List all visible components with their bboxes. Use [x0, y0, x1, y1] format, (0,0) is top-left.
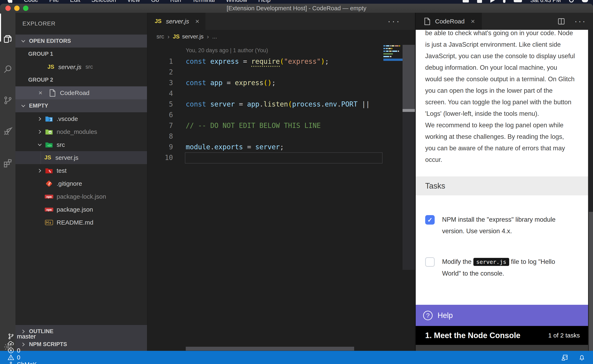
- paragraph-line: occur.: [425, 154, 584, 166]
- js-icon: JS: [173, 33, 180, 40]
- code-line-2[interactable]: 2: [147, 67, 382, 78]
- chevron-down-icon[interactable]: [35, 142, 44, 148]
- open-editors-header[interactable]: OPEN EDITORS: [15, 35, 147, 47]
- breadcrumb-item[interactable]: src: [156, 33, 164, 40]
- tree-item--gitignore[interactable]: .gitignore: [15, 177, 147, 190]
- split-editor-icon[interactable]: [557, 17, 565, 26]
- tab-server-js[interactable]: JS server.js ×: [147, 13, 206, 30]
- status-item-0[interactable]: 0: [7, 354, 46, 361]
- breadcrumb-item[interactable]: ...: [212, 33, 217, 40]
- open-editor-item-coderoad[interactable]: ×CodeRoad: [15, 86, 147, 99]
- line-number: 4: [156, 88, 173, 99]
- traffic-lights[interactable]: [5, 4, 28, 13]
- window-title-bar[interactable]: [Extension Development Host] - CodeRoad …: [0, 4, 593, 13]
- code-line-6[interactable]: 6: [147, 110, 382, 120]
- paragraph-line: We recommend to keep the log panel open …: [425, 119, 584, 131]
- tab-coderoad[interactable]: CodeRoad ×: [416, 13, 482, 30]
- code-text: const app = express();: [186, 78, 276, 88]
- code-line-4[interactable]: 4: [147, 88, 382, 99]
- menu-item-file[interactable]: File: [49, 0, 59, 3]
- breadcrumb[interactable]: src›JSserver.js›...: [156, 30, 217, 43]
- close-tab-icon[interactable]: ×: [195, 17, 199, 25]
- status-item-shmck[interactable]: ShMcK: [7, 361, 46, 364]
- code-line-5[interactable]: 5const server = app.listen(process.env.P…: [147, 99, 382, 110]
- help-bar[interactable]: ? Help: [416, 305, 588, 326]
- minimize-window-button[interactable]: [14, 6, 20, 11]
- open-editor-detail: src: [86, 64, 93, 70]
- webview-scrollbar-slider[interactable]: [589, 212, 593, 351]
- next-level-strip: [416, 345, 588, 351]
- editor-horizontal-scrollbar[interactable]: [186, 347, 354, 351]
- open-editors-label: OPEN EDITORS: [29, 38, 71, 44]
- svg-text:</>: </>: [47, 144, 52, 147]
- editor-more-actions-icon[interactable]: ···: [388, 13, 401, 30]
- task-checkbox-unchecked[interactable]: [425, 257, 435, 267]
- tree-item-package-lock-json[interactable]: npmpackage-lock.json: [15, 190, 147, 203]
- menu-bar-status-icons[interactable]: Sat 6:43 PM: [463, 0, 588, 3]
- menu-item-help[interactable]: Help: [258, 0, 271, 3]
- status-item-0[interactable]: 0: [7, 347, 46, 354]
- status-item-bell[interactable]: [578, 354, 586, 361]
- code-line-7[interactable]: 7// -- DO NOT EDIT BELOW THIS LINE: [147, 120, 382, 131]
- level-bar[interactable]: 1. Meet the Node Console 1 of 2 tasks: [416, 326, 588, 345]
- minimap[interactable]: [383, 45, 403, 61]
- coderoad-webview: be able to check what's going on in your…: [416, 30, 588, 351]
- minimap-current-line: [383, 58, 403, 61]
- breadcrumb-label: server.js: [182, 33, 203, 40]
- window-title: [Extension Development Host] - CodeRoad …: [227, 5, 366, 12]
- tree-item-node-modules[interactable]: JSnode_modules: [15, 125, 147, 138]
- source-control-icon[interactable]: [0, 91, 15, 110]
- folder-src-icon: </>: [44, 141, 54, 148]
- tree-item--vscode[interactable]: .vscode: [15, 112, 147, 125]
- task-checkbox-checked[interactable]: ✓: [425, 215, 435, 225]
- status-item-label: ShMcK: [17, 361, 37, 364]
- close-window-button[interactable]: [5, 6, 11, 11]
- explorer-icon[interactable]: [0, 29, 15, 49]
- tree-item-label: README.md: [57, 219, 93, 226]
- more-actions-icon[interactable]: ···: [574, 17, 586, 26]
- status-item-cloud-upload[interactable]: [7, 340, 46, 347]
- close-editor-icon[interactable]: ×: [39, 89, 46, 97]
- code-line-9[interactable]: 9module.exports = server;: [147, 142, 382, 152]
- editor-scrollbar-slider[interactable]: [403, 45, 415, 110]
- code-line-10[interactable]: 10: [147, 152, 382, 163]
- menu-item-code[interactable]: Code: [24, 0, 38, 3]
- menu-item-selection[interactable]: Selection: [91, 0, 116, 3]
- breadcrumb-item[interactable]: JSserver.js: [173, 33, 203, 40]
- zoom-window-button[interactable]: [23, 6, 28, 11]
- menu-item-window[interactable]: Window: [226, 0, 247, 3]
- menu-item-edit[interactable]: Edit: [70, 0, 80, 3]
- code-line-1[interactable]: 1const express = require("express");: [147, 56, 382, 67]
- status-item-master[interactable]: master: [7, 333, 46, 340]
- chevron-right-icon[interactable]: [35, 129, 44, 135]
- menu-items[interactable]: CodeFileEditSelectionViewGoRunTerminalWi…: [7, 0, 271, 3]
- error-circle-icon: [7, 347, 14, 354]
- menu-item-run[interactable]: Run: [170, 0, 181, 3]
- chevron-down-icon: [19, 38, 27, 44]
- tree-item-package-json[interactable]: npmpackage.json: [15, 203, 147, 216]
- menu-item-view[interactable]: View: [127, 0, 140, 3]
- menu-item-go[interactable]: Go: [151, 0, 159, 3]
- close-tab-icon[interactable]: ×: [471, 17, 475, 25]
- open-editor-label: CodeRoad: [60, 90, 89, 97]
- code-line-8[interactable]: 8: [147, 131, 382, 142]
- tree-item-label: package.json: [57, 206, 93, 213]
- tree-item-src[interactable]: </>src: [15, 138, 147, 151]
- tree-item-test[interactable]: test: [15, 164, 147, 177]
- code-line-3[interactable]: 3const app = express();: [147, 78, 382, 88]
- run-debug-icon[interactable]: [0, 121, 15, 141]
- open-editor-item-server-js[interactable]: JSserver.jssrc: [15, 60, 147, 73]
- menu-item-terminal[interactable]: Terminal: [192, 0, 215, 3]
- level-progress-badge: 1 of 2 tasks: [548, 332, 580, 339]
- status-bar-right: [561, 354, 586, 361]
- chevron-right-icon[interactable]: [35, 168, 44, 174]
- search-icon[interactable]: [0, 59, 15, 79]
- tree-item-readme-md[interactable]: README.md: [15, 216, 147, 229]
- chevron-right-icon[interactable]: [35, 116, 44, 122]
- line-number: 9: [156, 142, 173, 152]
- tree-item-server-js[interactable]: JSserver.js: [15, 151, 147, 164]
- extensions-icon[interactable]: [0, 153, 15, 173]
- folder-section-header[interactable]: EMPTY: [15, 99, 147, 112]
- cloud-upload-icon: [7, 340, 14, 347]
- status-item-screen-person[interactable]: [561, 354, 568, 361]
